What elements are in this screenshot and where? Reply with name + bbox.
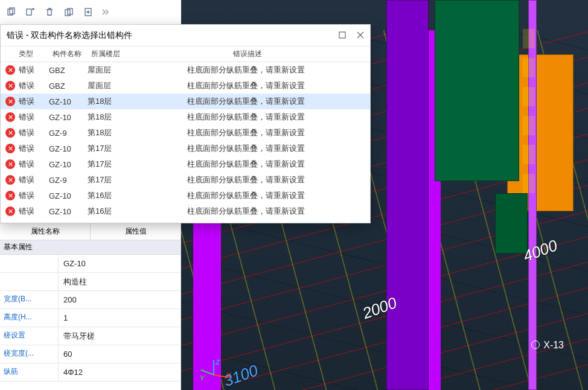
error-row[interactable]: ✕错误GBZ屋面层柱底面部分纵筋重叠，请重新设置	[1, 78, 370, 94]
model-block	[495, 193, 528, 254]
property-value-input[interactable]	[59, 345, 181, 363]
property-row: 槎宽度(...	[0, 345, 181, 363]
copy-plus-button[interactable]	[22, 4, 39, 21]
row-name[interactable]: GZ-10	[49, 191, 88, 200]
row-name[interactable]: GZ-10	[49, 113, 88, 122]
error-icon: ✕	[5, 81, 15, 91]
property-value-input[interactable]	[59, 363, 181, 381]
row-type: 错误	[19, 96, 49, 107]
row-floor: 第16层	[88, 222, 121, 223]
row-floor: 第18层	[88, 96, 121, 107]
svg-rect-2	[27, 9, 31, 15]
error-row[interactable]: ✕错误GBZ屋面层柱底面部分纵筋重叠，请重新设置	[1, 62, 370, 78]
orientation-gizmo[interactable]: Z X Y	[202, 360, 226, 384]
row-name[interactable]: GZ-10	[49, 144, 88, 153]
row-desc: 柱底面部分纵筋重叠，请重新设置	[121, 127, 370, 138]
wireframe-columns	[523, 29, 535, 193]
property-value-input[interactable]	[59, 291, 181, 308]
properties-section-basic[interactable]: 基本属性	[0, 240, 181, 255]
chevron-right-double-icon	[101, 7, 110, 17]
row-floor: 第17层	[88, 174, 121, 185]
error-row[interactable]: ✕错误GZ-9第16层柱底面部分纵筋重叠，请重新设置	[1, 219, 370, 223]
row-name[interactable]: GZ-10	[49, 160, 88, 169]
row-floor: 第18层	[88, 112, 121, 123]
col-type: 类型	[19, 49, 53, 59]
row-desc: 柱底面部分纵筋重叠，请重新设置	[121, 143, 370, 154]
row-desc: 柱底面部分纵筋重叠，请重新设置	[121, 174, 370, 185]
error-row[interactable]: ✕错误GZ-10第18层柱底面部分纵筋重叠，请重新设置	[1, 109, 370, 125]
error-row[interactable]: ✕错误GZ-10第16层柱底面部分纵筋重叠，请重新设置	[1, 203, 370, 219]
error-row[interactable]: ✕错误GZ-10第17层柱底面部分纵筋重叠，请重新设置	[1, 156, 370, 172]
error-row[interactable]: ✕错误GZ-9第17层柱底面部分纵筋重叠，请重新设置	[1, 172, 370, 188]
row-name[interactable]: GZ-9	[49, 129, 88, 138]
copy-button[interactable]	[2, 4, 19, 21]
error-icon: ✕	[5, 191, 15, 200]
maximize-icon	[339, 31, 346, 39]
row-floor: 屋面层	[88, 80, 121, 91]
error-icon: ✕	[5, 206, 15, 216]
error-icon: ✕	[5, 65, 15, 75]
dialog-titlebar[interactable]: 错误 - 双击构件名称选择出错构件	[1, 25, 370, 46]
error-row[interactable]: ✕错误GZ-10第16层柱底面部分纵筋重叠，请重新设置	[1, 188, 370, 203]
row-name[interactable]: GZ-9	[49, 223, 88, 223]
row-type: 错误	[19, 65, 49, 75]
error-row[interactable]: ✕错误GZ-10第17层柱底面部分纵筋重叠，请重新设置	[1, 141, 370, 156]
top-toolbar	[0, 0, 181, 24]
clone-button[interactable]	[60, 4, 77, 21]
property-label: 槎设置	[0, 327, 58, 345]
error-table-body[interactable]: ✕错误GBZ屋面层柱底面部分纵筋重叠，请重新设置✕错误GBZ屋面层柱底面部分纵筋…	[1, 62, 370, 223]
properties-header: 属性名称 属性值	[0, 223, 181, 240]
property-value-input[interactable]	[59, 309, 181, 327]
row-desc: 柱底面部分纵筋重叠，请重新设置	[121, 159, 370, 170]
grid-axis-label: X-13	[531, 340, 564, 351]
col-desc: 错误描述	[125, 49, 370, 59]
property-row: 纵筋	[0, 363, 181, 382]
properties-col-name: 属性名称	[0, 223, 91, 240]
row-floor: 第18层	[88, 127, 121, 138]
property-row	[0, 273, 181, 291]
row-name[interactable]: GBZ	[49, 66, 88, 75]
property-row: 槎设置	[0, 327, 181, 345]
model-block	[386, 0, 429, 390]
row-floor: 第17层	[88, 159, 121, 170]
row-floor: 第17层	[88, 143, 121, 154]
row-type: 错误	[19, 159, 49, 170]
error-icon: ✕	[5, 128, 15, 138]
maximize-button[interactable]	[339, 31, 346, 40]
row-name[interactable]: GBZ	[49, 82, 88, 91]
delete-button[interactable]	[41, 4, 58, 21]
row-desc: 柱底面部分纵筋重叠，请重新设置	[121, 206, 370, 217]
toolbar-more-button[interactable]	[99, 4, 112, 21]
close-button[interactable]	[357, 31, 364, 40]
error-dialog: 错误 - 双击构件名称选择出错构件 类型 构件名称 所属楼层 错误描述 ✕错误G…	[0, 24, 371, 223]
error-row[interactable]: ✕错误GZ-9第18层柱底面部分纵筋重叠，请重新设置	[1, 125, 370, 141]
insert-button[interactable]	[80, 4, 97, 21]
copy-icon	[6, 7, 16, 17]
col-floor: 所属楼层	[91, 49, 125, 59]
row-type: 错误	[19, 112, 49, 123]
row-name[interactable]: GZ-10	[49, 207, 88, 216]
error-icon: ✕	[5, 159, 15, 169]
error-icon: ✕	[5, 112, 15, 122]
row-floor: 第16层	[88, 206, 121, 217]
dialog-title-text: 错误 - 双击构件名称选择出错构件	[7, 30, 132, 41]
property-value-input[interactable]	[59, 255, 181, 272]
row-type: 错误	[19, 206, 49, 217]
row-name[interactable]: GZ-9	[49, 176, 88, 185]
error-icon: ✕	[5, 222, 15, 223]
svg-rect-6	[339, 32, 345, 38]
property-value-input[interactable]	[59, 273, 181, 290]
close-icon	[357, 31, 364, 39]
row-type: 错误	[19, 80, 49, 91]
error-row[interactable]: ✕错误GZ-10第18层柱底面部分纵筋重叠，请重新设置	[1, 94, 370, 109]
property-label: 宽度(B...	[0, 291, 58, 308]
property-value-input[interactable]	[59, 327, 181, 345]
row-desc: 柱底面部分纵筋重叠，请重新设置	[121, 112, 370, 123]
row-name[interactable]: GZ-10	[49, 97, 88, 106]
property-label: 槎宽度(...	[0, 345, 58, 363]
property-label: 纵筋	[0, 363, 58, 381]
model-block	[435, 0, 519, 181]
row-type: 错误	[19, 143, 49, 154]
clone-icon	[64, 7, 74, 17]
row-desc: 柱底面部分纵筋重叠，请重新设置	[121, 65, 370, 75]
